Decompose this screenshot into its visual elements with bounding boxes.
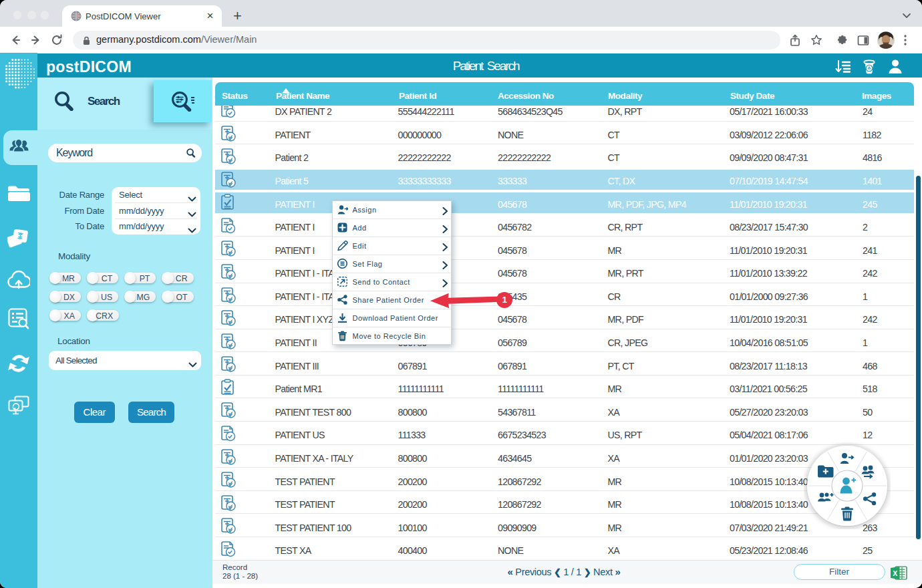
svg-text:X: X (893, 569, 897, 577)
